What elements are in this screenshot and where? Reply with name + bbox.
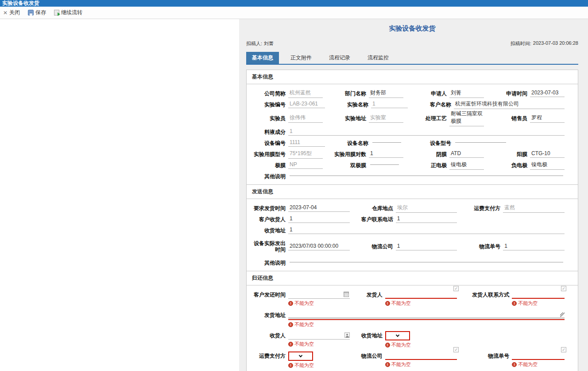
calendar-icon[interactable] [344, 292, 349, 297]
validation-error: ! 不能为空 [512, 300, 565, 307]
error-icon: ! [385, 362, 390, 367]
form-row: 要求发货时间 2023-07-04 仓库地点 埃尔 运费支付方 蓝然 [251, 203, 573, 214]
resize-handle-icon[interactable] [560, 312, 565, 317]
salesman-input[interactable]: 罗程 [530, 114, 565, 123]
field-logistics-co-send: 物流公司 1 [359, 243, 466, 250]
freight-payer-select[interactable] [288, 351, 313, 361]
form-row: 实验编号 LAB-23-061 实验名称 1 客户名称 杭州蓝忻环境科技有限公司 [251, 99, 573, 110]
dept-input[interactable]: 财务部 [369, 89, 403, 98]
cation-membrane-input[interactable]: CTG-10 [530, 150, 565, 158]
field-label: 处理工艺 [412, 115, 449, 121]
cust-receiver-input[interactable]: 1 [288, 215, 350, 223]
neg-electrode-input[interactable]: 镍电极 [530, 161, 565, 170]
logistics-co-send-input[interactable]: 1 [396, 243, 457, 250]
warehouse-input[interactable]: 埃尔 [396, 204, 457, 213]
send-addr-textarea[interactable] [288, 311, 565, 318]
pos-electrode-input[interactable]: 镍电极 [449, 161, 484, 170]
return-time-input[interactable] [288, 290, 350, 299]
form-row: 收货人 ! 不能为空 收货地址 [251, 330, 573, 350]
exp-addr-input[interactable]: 实验室 [369, 114, 403, 123]
logistics-no-send-input[interactable]: 1 [503, 243, 565, 250]
req-ship-time-input[interactable]: 2023-07-04 [288, 204, 350, 212]
receiver-return-input[interactable] [288, 331, 350, 340]
field-label: 实验员 [251, 115, 288, 121]
membrane-model-input[interactable]: 75*195型 [288, 150, 323, 159]
error-icon: ! [385, 301, 390, 306]
error-text: 不能为空 [391, 342, 411, 348]
error-icon: ! [288, 342, 293, 347]
field-return-time: 客户发还时间 ! 不能为空 [251, 290, 359, 307]
field-label: 发货人联系方式 [466, 290, 512, 298]
form-row: 实验用膜型号 75*195型 实验用膜对数 1 阴膜 ATD 阳膜 CTG-10 [251, 148, 573, 160]
anion-membrane-input[interactable]: ATD [449, 150, 484, 158]
form-row: 设备实际发出时间 2023/07/03 00:00:00 物流公司 1 物流单号… [251, 236, 573, 257]
field-company: 公司简称 杭州蓝然 [251, 89, 332, 98]
apply-time-input[interactable]: 2023-07-03 [530, 90, 565, 97]
feed-input[interactable]: 1 [288, 128, 565, 136]
field-device-model: 设备型号 [417, 139, 573, 147]
logistics-co-return-input[interactable]: ✓ [385, 351, 457, 360]
section-return: 客户发还时间 ! 不能为空 发货人 [247, 285, 578, 371]
freight-payer-send-input[interactable]: 蓝然 [503, 204, 565, 213]
membrane-pairs-input[interactable]: 1 [369, 150, 403, 158]
receive-addr-select[interactable] [385, 331, 410, 340]
sender-input[interactable]: ✓ [385, 290, 457, 299]
form-row: 实验员 徐伟伟 实验地址 实验室 处理工艺 耐碱三隔室双极膜 销售员 罗程 [251, 110, 573, 126]
tab-flow-monitor[interactable]: 流程监控 [362, 52, 395, 64]
form-row: 其他说明 [251, 171, 573, 182]
field-send-addr: 发货地址 ! 不能为空 [251, 311, 573, 328]
picker-check-icon[interactable]: ✓ [453, 286, 459, 291]
user-picker-icon[interactable] [344, 332, 350, 338]
actual-ship-time-input[interactable]: 2023/07/03 00:00:00 [288, 243, 350, 250]
form-row: 极膜 NP 双极膜 正电极 镍电极 负电极 镍电极 [251, 160, 573, 171]
section-basic: 公司简称 杭州蓝然 部门名称 财务部 申请人 刘菁 申请时间 2023-07-0… [247, 84, 578, 185]
field-customer: 客户名称 杭州蓝忻环境科技有限公司 [417, 100, 573, 109]
customer-input[interactable]: 杭州蓝忻环境科技有限公司 [454, 100, 565, 109]
field-warehouse: 仓库地点 埃尔 [359, 204, 466, 213]
empty-value-dash [372, 142, 401, 143]
process-input[interactable]: 耐碱三隔室双极膜 [449, 110, 484, 126]
sender-contact-input[interactable]: ✓ [512, 290, 565, 299]
field-experimenter: 实验员 徐伟伟 [251, 114, 332, 123]
exp-no-input[interactable]: LAB-23-061 [288, 101, 325, 108]
left-blank-pane [0, 19, 239, 371]
bipolar-membrane-input [369, 161, 403, 169]
cust-tel-input[interactable]: 1 [396, 215, 457, 223]
close-icon: ✕ [3, 10, 8, 16]
device-no-input[interactable]: 1111 [288, 139, 325, 147]
continue-flow-button[interactable]: 继续流转 [54, 9, 82, 16]
field-cust-tel: 客户联系电话 1 [359, 215, 466, 223]
logistics-no-return-input[interactable]: ✓ [512, 351, 565, 360]
field-label: 物流单号 [466, 351, 512, 359]
receive-addr-send-input[interactable]: 1 [288, 227, 565, 234]
document-area: 实验设备收发货 拟稿人: 刘菁 拟稿时间: 2023-07-03 20:06:2… [239, 19, 588, 371]
tab-flow-record[interactable]: 流程记录 [323, 52, 356, 64]
close-button[interactable]: ✕ 关闭 [3, 9, 20, 16]
polar-membrane-input[interactable]: NP [288, 161, 323, 169]
form-row: 料液成分 1 [251, 126, 573, 137]
field-label: 料液成分 [251, 129, 288, 135]
field-label: 物流公司 [359, 243, 396, 250]
picker-check-icon[interactable]: ✓ [561, 347, 566, 352]
continue-flow-label: 继续流转 [61, 9, 82, 16]
error-text: 不能为空 [518, 361, 538, 368]
field-label: 设备实际发出时间 [251, 240, 288, 253]
tab-basic-info[interactable]: 基本信息 [246, 52, 279, 64]
field-label: 申请人 [412, 90, 449, 97]
error-text: 不能为空 [294, 321, 314, 328]
field-label: 双极膜 [332, 162, 369, 168]
draft-time-label: 拟稿时间: [511, 40, 531, 47]
tab-attachments[interactable]: 正文附件 [285, 52, 317, 64]
save-button[interactable]: 保存 [28, 9, 46, 16]
field-label: 实验名称 [334, 102, 371, 108]
drafter-label: 拟稿人: [246, 40, 262, 47]
picker-check-icon[interactable]: ✓ [453, 347, 459, 352]
field-receiver-return: 收货人 ! 不能为空 [251, 331, 359, 348]
picker-check-icon[interactable]: ✓ [561, 286, 566, 291]
experimenter-input[interactable]: 徐伟伟 [288, 114, 323, 123]
company-input[interactable]: 杭州蓝然 [288, 89, 323, 98]
empty-value-dash [370, 164, 399, 165]
exp-name-input[interactable]: 1 [371, 101, 408, 108]
field-exp-no: 实验编号 LAB-23-061 [251, 101, 334, 108]
applicant-input[interactable]: 刘菁 [449, 89, 484, 98]
